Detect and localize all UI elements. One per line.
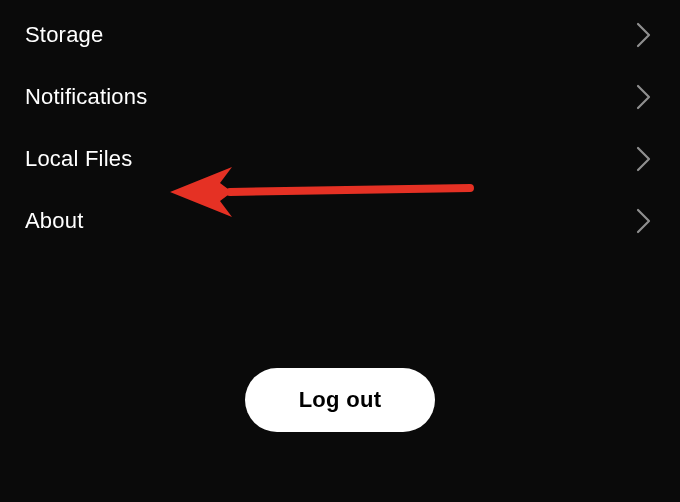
logout-button[interactable]: Log out (245, 368, 436, 432)
chevron-right-icon (636, 208, 652, 234)
menu-item-notifications[interactable]: Notifications (0, 66, 680, 128)
menu-item-local-files[interactable]: Local Files (0, 128, 680, 190)
menu-item-label: Local Files (25, 146, 132, 172)
chevron-right-icon (636, 22, 652, 48)
menu-item-label: About (25, 208, 84, 234)
chevron-right-icon (636, 84, 652, 110)
menu-item-label: Storage (25, 22, 103, 48)
settings-menu-list: Storage Notifications Local Files About (0, 0, 680, 252)
logout-container: Log out (0, 368, 680, 432)
menu-item-label: Notifications (25, 84, 147, 110)
chevron-right-icon (636, 146, 652, 172)
menu-item-storage[interactable]: Storage (0, 4, 680, 66)
menu-item-about[interactable]: About (0, 190, 680, 252)
